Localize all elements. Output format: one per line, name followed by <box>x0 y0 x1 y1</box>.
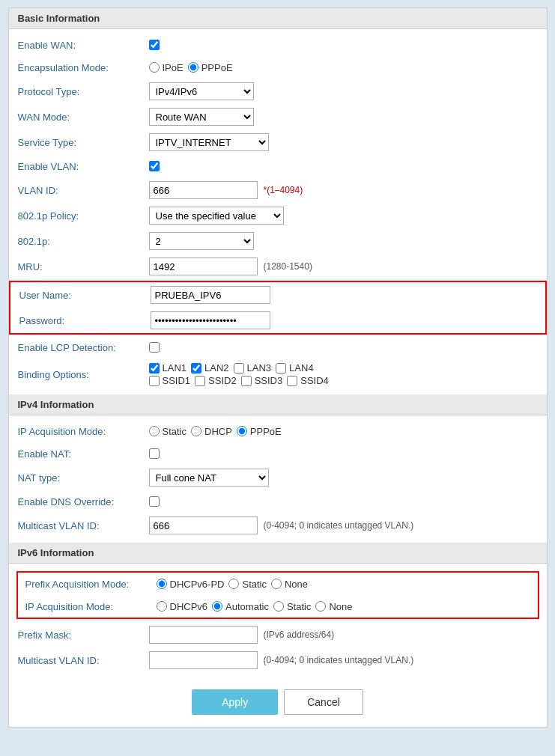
policy-8021p-row: 802.1p Policy: Use the specified value <box>9 203 547 228</box>
encap-ipoe-label: IPoE <box>163 62 184 73</box>
ip-acq-v6-none-radio[interactable] <box>315 601 326 612</box>
enable-dns-row: Enable DNS Override: <box>9 490 547 513</box>
ipv4-info-title: IPv4 Information <box>18 399 94 410</box>
prefix-mask-input[interactable] <box>149 626 258 644</box>
ipv4-info-header: IPv4 Information <box>9 394 547 415</box>
policy-8021p-select[interactable]: Use the specified value <box>149 207 284 225</box>
ipv6-info-header: IPv6 Information <box>9 543 547 564</box>
ssid4-checkbox[interactable] <box>287 376 297 386</box>
mru-label: MRU: <box>18 261 149 272</box>
basic-info-title: Basic Information <box>18 13 100 24</box>
enable-vlan-label: Enable VLAN: <box>18 161 149 172</box>
multicast-vlan-controls: (0-4094; 0 indicates untagged VLAN.) <box>149 516 414 534</box>
mru-input[interactable] <box>149 257 258 275</box>
encapsulation-controls: IPoE PPPoE <box>149 62 234 73</box>
protocol-type-select[interactable]: IPv4/IPv6 <box>149 82 254 100</box>
enable-dns-label: Enable DNS Override: <box>18 496 149 507</box>
nat-type-select[interactable]: Full cone NAT <box>149 469 269 487</box>
binding-options-row: Binding Options: LAN1 LAN2 LAN3 LAN4 <box>9 359 547 390</box>
encap-pppoe-radio[interactable] <box>188 62 198 73</box>
prefix-acq-static-radio[interactable] <box>228 579 239 589</box>
enable-wan-checkbox[interactable] <box>149 40 160 50</box>
multicast-vlan-v6-hint: (0-4094; 0 indicates untagged VLAN.) <box>264 655 414 665</box>
service-type-controls: IPTV_INTERNET <box>149 133 269 151</box>
enable-lcp-checkbox[interactable] <box>149 342 160 353</box>
protocol-type-row: Protocol Type: IPv4/IPv6 <box>9 79 547 104</box>
lan3-checkbox[interactable] <box>234 363 244 374</box>
prefix-acq-mode-controls: DHCPv6-PD Static None <box>157 579 310 590</box>
wan-mode-controls: Route WAN <box>149 108 254 126</box>
enable-lcp-label: Enable LCP Detection: <box>18 342 149 353</box>
binding-checkboxes: LAN1 LAN2 LAN3 LAN4 SSID1 SSID2 <box>149 362 330 386</box>
ip-acq-v6-automatic-radio[interactable] <box>212 601 222 612</box>
ip-acq-pppoe-label: PPPoE <box>250 426 282 437</box>
cancel-button[interactable]: Cancel <box>284 689 363 715</box>
service-type-select[interactable]: IPTV_INTERNET <box>149 133 269 151</box>
encapsulation-label: Encapsulation Mode: <box>18 62 149 73</box>
username-input[interactable] <box>151 286 270 304</box>
vlan-id-row: VLAN ID: *(1–4094) <box>9 177 547 203</box>
multicast-vlan-v6-label: Multicast VLAN ID: <box>18 655 149 666</box>
enable-nat-checkbox[interactable] <box>149 448 160 459</box>
multicast-vlan-input[interactable] <box>149 516 258 534</box>
multicast-vlan-v6-input[interactable] <box>149 651 258 669</box>
binding-options-label: Binding Options: <box>18 369 149 380</box>
value-8021p-controls: 2 <box>149 232 254 250</box>
multicast-vlan-label: Multicast VLAN ID: <box>18 520 149 531</box>
service-type-row: Service Type: IPTV_INTERNET <box>9 129 547 155</box>
ssid4-label: SSID4 <box>300 375 329 386</box>
enable-nat-label: Enable NAT: <box>18 448 149 460</box>
policy-8021p-controls: Use the specified value <box>149 207 284 225</box>
lan4-checkbox[interactable] <box>276 363 286 374</box>
enable-nat-row: Enable NAT: <box>9 442 547 465</box>
enable-wan-row: Enable WAN: <box>9 34 547 56</box>
encap-ipoe-radio[interactable] <box>149 62 160 73</box>
prefix-acq-static-label: Static <box>242 579 267 590</box>
ip-acq-v6-automatic-label: Automatic <box>225 601 269 612</box>
ip-acq-mode-row: IP Acquisition Mode: Static DHCP PPPoE <box>9 420 547 442</box>
ip-acq-v6-dhcpv6-label: DHCPv6 <box>170 601 208 612</box>
basic-info-body: Enable WAN: Encapsulation Mode: IPoE PPP… <box>9 29 547 394</box>
ssid2-checkbox[interactable] <box>195 376 205 386</box>
ip-acq-pppoe-radio[interactable] <box>237 426 247 436</box>
enable-vlan-controls <box>149 161 160 171</box>
prefix-acq-none-radio[interactable] <box>271 579 282 589</box>
multicast-vlan-v6-controls: (0-4094; 0 indicates untagged VLAN.) <box>149 651 414 669</box>
vlan-id-input[interactable] <box>149 181 258 199</box>
prefix-acq-dhcpv6pd-radio[interactable] <box>157 579 167 589</box>
enable-nat-controls <box>149 448 160 459</box>
enable-dns-checkbox[interactable] <box>149 496 160 507</box>
lan1-label: LAN1 <box>163 362 187 374</box>
ssid3-checkbox[interactable] <box>241 376 252 386</box>
ip-acq-dhcp-label: DHCP <box>204 426 232 437</box>
binding-lan-line: LAN1 LAN2 LAN3 LAN4 <box>149 362 330 374</box>
ip-acq-mode-controls: Static DHCP PPPoE <box>149 426 283 437</box>
ip-acq-v6-mode-label: IP Acquisition Mode: <box>25 601 157 612</box>
value-8021p-row: 802.1p: 2 <box>9 228 547 254</box>
ip-acq-mode-label: IP Acquisition Mode: <box>18 426 149 437</box>
ip-acq-static-radio[interactable] <box>149 426 160 436</box>
password-label: Password: <box>19 315 151 326</box>
ssid1-checkbox[interactable] <box>149 376 160 386</box>
ip-acq-dhcp-radio[interactable] <box>191 426 201 436</box>
ipv6-info-body: Prefix Acquisition Mode: DHCPv6-PD Stati… <box>9 564 547 677</box>
encap-pppoe-label: PPPoE <box>201 62 233 73</box>
lan1-checkbox[interactable] <box>149 363 160 374</box>
password-input[interactable] <box>151 311 270 329</box>
value-8021p-select[interactable]: 2 <box>149 232 254 250</box>
multicast-vlan-v6-row: Multicast VLAN ID: (0-4094; 0 indicates … <box>9 647 547 673</box>
wan-mode-select[interactable]: Route WAN <box>149 108 254 126</box>
lan2-checkbox[interactable] <box>191 363 201 374</box>
enable-vlan-row: Enable VLAN: <box>9 155 547 177</box>
enable-vlan-checkbox[interactable] <box>149 161 160 171</box>
username-label: User Name: <box>19 290 151 301</box>
lan3-label: LAN3 <box>247 362 272 374</box>
username-row: User Name: <box>10 282 545 308</box>
username-controls <box>151 286 270 304</box>
apply-button[interactable]: Apply <box>192 689 278 715</box>
enable-lcp-controls <box>149 342 160 353</box>
ip-acq-v6-dhcpv6-radio[interactable] <box>157 601 167 612</box>
ip-acq-v6-static-radio[interactable] <box>273 601 284 612</box>
binding-ssid-line: SSID1 SSID2 SSID3 SSID4 <box>149 375 330 386</box>
button-row: Apply Cancel <box>9 677 547 727</box>
